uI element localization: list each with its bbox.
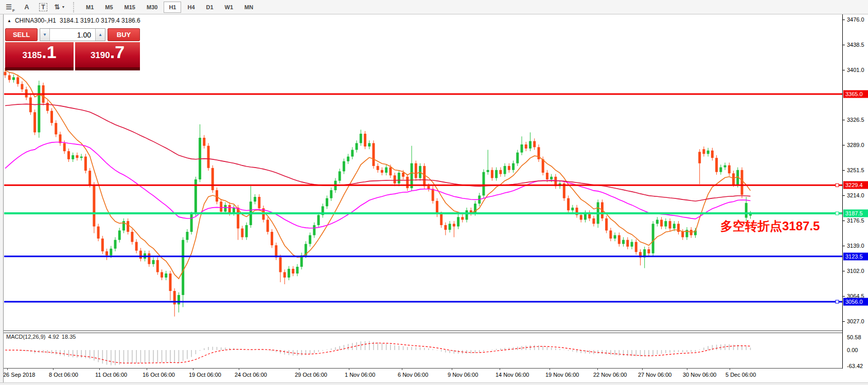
timeframe-button-w1[interactable]: W1 (220, 2, 239, 13)
bull-candle-body (351, 150, 353, 157)
bear-candle-body (207, 146, 210, 168)
bull-candle-body (495, 170, 498, 178)
volume-input[interactable] (50, 29, 95, 41)
bear-candle-body (499, 170, 502, 174)
price-badge-3123.5: 3123.5 (843, 252, 868, 260)
price-tick-label: 3102.0 (847, 268, 864, 274)
bull-candle-body (165, 273, 167, 278)
bull-candle-body (631, 242, 633, 247)
bull-candle-body (182, 240, 184, 295)
indicator-list-icon[interactable]: ☰F (4, 2, 17, 13)
panel-divider[interactable] (0, 331, 842, 333)
timeframe-button-h1[interactable]: H1 (164, 2, 181, 13)
time-tick-mark (500, 368, 500, 370)
bear-candle-body (148, 253, 150, 264)
bear-candle-body (279, 258, 281, 272)
bear-candle-body (508, 166, 510, 170)
bull-candle-body (72, 155, 74, 159)
bear-candle-body (690, 230, 693, 235)
bull-candle-body (152, 260, 155, 264)
candles-layer (4, 68, 752, 317)
bid-integer: 3185 (22, 43, 42, 68)
timeframe-button-mn[interactable]: MN (239, 2, 258, 13)
bear-candle-body (605, 218, 608, 231)
macd-bottom-border (0, 368, 842, 369)
bull-candle-body (233, 208, 235, 213)
bear-candle-body (211, 168, 214, 190)
bull-candle-body (288, 269, 290, 278)
bull-candle-body (664, 221, 667, 226)
macd-indicator-canvas[interactable] (0, 332, 842, 368)
bear-candle-body (284, 272, 286, 277)
bear-candle-body (101, 239, 104, 251)
timeframe-button-m5[interactable]: M5 (100, 2, 118, 13)
macd-label: MACD(12,26,9)4.9218.35 (6, 334, 78, 340)
timeframe-button-m1[interactable]: M1 (81, 2, 99, 13)
cursor-tools-icon[interactable]: ⇅▼ (53, 2, 66, 13)
price-tick-label: 3476.0 (847, 16, 864, 23)
time-tick-mark (452, 368, 452, 370)
bear-candle-body (131, 232, 133, 242)
ask-price-panel[interactable]: 3190.7 (75, 42, 140, 70)
bear-candle-body (373, 143, 375, 166)
time-tick-label: 11 Oct 06:00 (95, 372, 127, 378)
bear-candle-body (491, 170, 493, 178)
time-tick-label: 22 Nov 06:00 (593, 372, 627, 378)
text-box-icon[interactable]: T (37, 2, 50, 13)
bear-candle-body (647, 249, 650, 253)
bear-candle-body (461, 217, 464, 219)
bear-candle-body (76, 155, 78, 158)
mt4-window: ☰FAT⇅▼ M1M5M15M30H1H4D1W1MN ▲ CHINA300-,… (0, 0, 868, 385)
volume-decrease-button[interactable]: ▼ (40, 29, 50, 41)
bid-price-panel[interactable]: 3185.1 (5, 42, 74, 70)
bull-candle-body (516, 153, 519, 163)
bull-candle-body (368, 143, 370, 146)
time-tick-mark (299, 368, 299, 370)
bear-candle-body (660, 219, 663, 226)
ohlc-values: 3184.1 3191.0 3179.4 3186.6 (60, 17, 140, 24)
order-controls-row: SELL ▼ ▲ BUY (5, 28, 140, 41)
time-axis[interactable]: 26 Sep 20188 Oct 06:0011 Oct 06:0016 Oct… (0, 370, 842, 382)
timeframe-button-m30[interactable]: M30 (141, 2, 163, 13)
macd-name: MACD(12,26,9) (6, 334, 45, 340)
bull-candle-body (487, 170, 489, 172)
collapse-triangle-icon[interactable]: ▲ (7, 19, 11, 23)
volume-increase-button[interactable]: ▲ (95, 29, 105, 41)
bear-candle-body (542, 159, 544, 173)
macd-axis-label: -63.42 (847, 363, 863, 369)
bull-candle-body (317, 215, 320, 225)
timeframe-button-h4[interactable]: H4 (182, 2, 200, 13)
bear-candle-body (84, 157, 87, 171)
bear-candle-body (29, 98, 32, 113)
bear-candle-body (139, 251, 142, 259)
time-tick-label: 30 Nov 06:00 (683, 372, 716, 378)
timeframe-button-m15[interactable]: M15 (119, 2, 140, 13)
bear-candle-body (377, 166, 379, 170)
bull-candle-body (339, 171, 341, 180)
bear-candle-body (97, 227, 100, 239)
bull-candle-body (724, 166, 727, 168)
sell-button[interactable]: SELL (5, 28, 38, 41)
bear-candle-body (618, 235, 621, 244)
bull-candle-body (482, 172, 485, 196)
price-tick-label: 3176.5 (847, 217, 864, 224)
line-handle[interactable] (836, 300, 839, 303)
bull-candle-body (521, 144, 523, 153)
time-tick-label: 9 Nov 06:00 (448, 372, 478, 378)
bull-candle-body (707, 151, 710, 154)
quote-row: 3185.1 3190.7 (5, 42, 140, 70)
chart-header: ▲ CHINA300-,H1 3184.1 3191.0 3179.4 3186… (7, 17, 140, 24)
bull-candle-body (571, 208, 574, 210)
text-label-icon[interactable]: A (20, 2, 33, 13)
time-tick-mark (349, 368, 349, 370)
bear-candle-body (415, 163, 417, 178)
price-tick-label: 3438.5 (847, 42, 864, 48)
bull-candle-body (411, 163, 413, 188)
line-handle[interactable] (836, 212, 839, 215)
line-handle[interactable] (836, 184, 839, 187)
price-axis[interactable]: 3476.03438.53401.03326.53289.03251.53214… (842, 14, 868, 369)
timeframe-button-d1[interactable]: D1 (201, 2, 219, 13)
bear-candle-body (203, 138, 205, 146)
toolbar-separator (73, 2, 77, 12)
buy-button[interactable]: BUY (108, 28, 140, 41)
